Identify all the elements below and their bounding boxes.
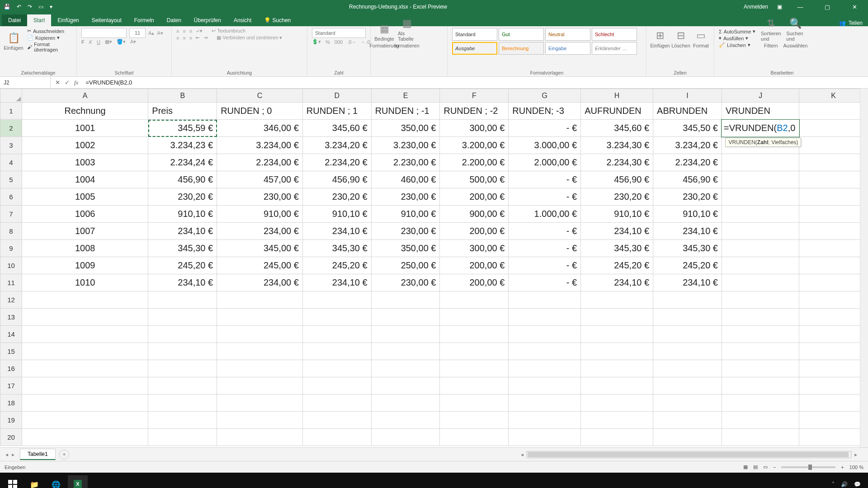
cell-F8[interactable]: 200,00 € bbox=[440, 223, 509, 240]
cell-K5[interactable] bbox=[799, 171, 868, 188]
row-9[interactable]: 9 bbox=[0, 240, 22, 257]
cell-C18[interactable] bbox=[217, 394, 303, 412]
cell-I2[interactable]: 345,50 € bbox=[653, 120, 722, 137]
cell-G11[interactable]: - € bbox=[509, 274, 581, 291]
vertical-scrollbar[interactable] bbox=[860, 89, 868, 447]
horizontal-scrollbar[interactable] bbox=[526, 451, 852, 458]
col-H[interactable]: H bbox=[581, 89, 653, 103]
cell-C8[interactable]: 234,00 € bbox=[217, 223, 303, 240]
formula-input[interactable]: =VRUNDEN(B2,0 bbox=[83, 79, 868, 86]
cell-F12[interactable] bbox=[440, 291, 509, 309]
cell-E13[interactable] bbox=[371, 309, 440, 326]
cell-G7[interactable]: 1.000,00 € bbox=[509, 206, 581, 223]
autosum-button[interactable]: Σ AutoSumme ▾ bbox=[719, 28, 755, 34]
cell-I16[interactable] bbox=[653, 360, 722, 377]
cell-J7[interactable] bbox=[722, 206, 799, 223]
col-E[interactable]: E bbox=[371, 89, 440, 103]
cell-I7[interactable]: 910,10 € bbox=[653, 206, 722, 223]
cell-K3[interactable] bbox=[799, 137, 868, 154]
fx-icon[interactable]: fx bbox=[74, 79, 78, 86]
cell-K16[interactable] bbox=[799, 360, 868, 377]
cell-C4[interactable]: 2.234,00 € bbox=[217, 154, 303, 171]
tab-formulas[interactable]: Formeln bbox=[128, 14, 160, 26]
cell-F18[interactable] bbox=[440, 394, 509, 412]
cell-G4[interactable]: 2.000,00 € bbox=[509, 154, 581, 171]
cell-1-B[interactable]: Preis bbox=[148, 103, 217, 120]
cell-K14[interactable] bbox=[799, 326, 868, 343]
cell-K19[interactable] bbox=[799, 412, 868, 429]
cell-K2[interactable] bbox=[799, 120, 868, 137]
cell-F20[interactable] bbox=[440, 429, 509, 446]
cell-B9[interactable]: 345,30 € bbox=[148, 240, 217, 257]
sheet-tab-tabelle1[interactable]: Tabelle1 bbox=[20, 449, 56, 460]
cell-1-H[interactable]: AUFRUNDEN bbox=[581, 103, 653, 120]
cell-I19[interactable] bbox=[653, 412, 722, 429]
cell-B13[interactable] bbox=[148, 309, 217, 326]
cell-F6[interactable]: 200,00 € bbox=[440, 188, 509, 206]
cell-F19[interactable] bbox=[440, 412, 509, 429]
cell-C13[interactable] bbox=[217, 309, 303, 326]
view-normal-icon[interactable]: ▦ bbox=[743, 464, 748, 470]
cell-A3[interactable]: 1002 bbox=[22, 137, 148, 154]
tab-pagelayout[interactable]: Seitenlayout bbox=[85, 14, 128, 26]
cell-K11[interactable] bbox=[799, 274, 868, 291]
cell-J18[interactable] bbox=[722, 394, 799, 412]
cell-J16[interactable] bbox=[722, 360, 799, 377]
cell-1-K[interactable] bbox=[799, 103, 868, 120]
select-all-corner[interactable] bbox=[0, 89, 22, 103]
orientation-icon[interactable]: ⤾▾ bbox=[196, 28, 203, 34]
cell-D12[interactable] bbox=[302, 291, 371, 309]
cell-D8[interactable]: 234,10 € bbox=[302, 223, 371, 240]
cell-J6[interactable] bbox=[722, 188, 799, 206]
cell-1-G[interactable]: RUNDEN; -3 bbox=[509, 103, 581, 120]
cell-B16[interactable] bbox=[148, 360, 217, 377]
cell-I14[interactable] bbox=[653, 326, 722, 343]
sheet-area[interactable]: A B C D E F G H I J K 1RechnungPreisRUND… bbox=[0, 89, 868, 447]
cell-C19[interactable] bbox=[217, 412, 303, 429]
format-as-table-button[interactable]: ▦Als Tabelleformatieren bbox=[398, 28, 416, 48]
cell-D13[interactable] bbox=[302, 309, 371, 326]
cell-F9[interactable]: 300,00 € bbox=[440, 240, 509, 257]
cell-F4[interactable]: 2.200,00 € bbox=[440, 154, 509, 171]
style-standard[interactable]: Standard bbox=[452, 28, 497, 41]
cell-A10[interactable]: 1009 bbox=[22, 257, 148, 274]
minimize-button[interactable]: — bbox=[791, 4, 809, 10]
cell-E12[interactable] bbox=[371, 291, 440, 309]
cell-G19[interactable] bbox=[509, 412, 581, 429]
task-excel[interactable]: X bbox=[68, 475, 88, 488]
merge-center-button[interactable]: ▦ Verbinden und zentrieren ▾ bbox=[217, 35, 282, 41]
cell-B20[interactable] bbox=[148, 429, 217, 446]
col-F[interactable]: F bbox=[440, 89, 509, 103]
cell-C9[interactable]: 345,00 € bbox=[217, 240, 303, 257]
cell-C11[interactable]: 234,00 € bbox=[217, 274, 303, 291]
cell-1-A[interactable]: Rechnung bbox=[22, 103, 148, 120]
cell-J9[interactable] bbox=[722, 240, 799, 257]
tray-sound-icon[interactable]: 🔊 bbox=[841, 481, 848, 488]
tray-notifications-icon[interactable]: 💬 bbox=[854, 481, 861, 488]
col-A[interactable]: A bbox=[22, 89, 148, 103]
cell-D20[interactable] bbox=[302, 429, 371, 446]
cell-G3[interactable]: 3.000,00 € bbox=[509, 137, 581, 154]
cell-B4[interactable]: 2.234,24 € bbox=[148, 154, 217, 171]
italic-button[interactable]: K bbox=[89, 39, 92, 45]
cell-A5[interactable]: 1004 bbox=[22, 171, 148, 188]
cell-I6[interactable]: 230,20 € bbox=[653, 188, 722, 206]
clear-button[interactable]: 🧹 Löschen ▾ bbox=[719, 42, 755, 48]
col-J[interactable]: J bbox=[722, 89, 799, 103]
col-C[interactable]: C bbox=[217, 89, 303, 103]
cell-H4[interactable]: 2.234,30 € bbox=[581, 154, 653, 171]
row-19[interactable]: 19 bbox=[0, 412, 22, 429]
cell-B6[interactable]: 230,20 € bbox=[148, 188, 217, 206]
cell-F15[interactable] bbox=[440, 343, 509, 360]
cell-H6[interactable]: 230,20 € bbox=[581, 188, 653, 206]
cell-D2[interactable]: 345,60 € bbox=[302, 120, 371, 137]
function-tooltip[interactable]: VRUNDEN(Zahl; Vielfaches) bbox=[725, 138, 801, 147]
format-painter-button[interactable]: 🖌 Format übertragen bbox=[27, 42, 72, 52]
cell-K17[interactable] bbox=[799, 377, 868, 394]
zoom-level[interactable]: 100 % bbox=[849, 465, 863, 470]
cell-J15[interactable] bbox=[722, 343, 799, 360]
task-explorer[interactable]: 📁 bbox=[24, 475, 44, 488]
cell-I12[interactable] bbox=[653, 291, 722, 309]
cell-H7[interactable]: 910,10 € bbox=[581, 206, 653, 223]
tab-data[interactable]: Daten bbox=[160, 14, 188, 26]
